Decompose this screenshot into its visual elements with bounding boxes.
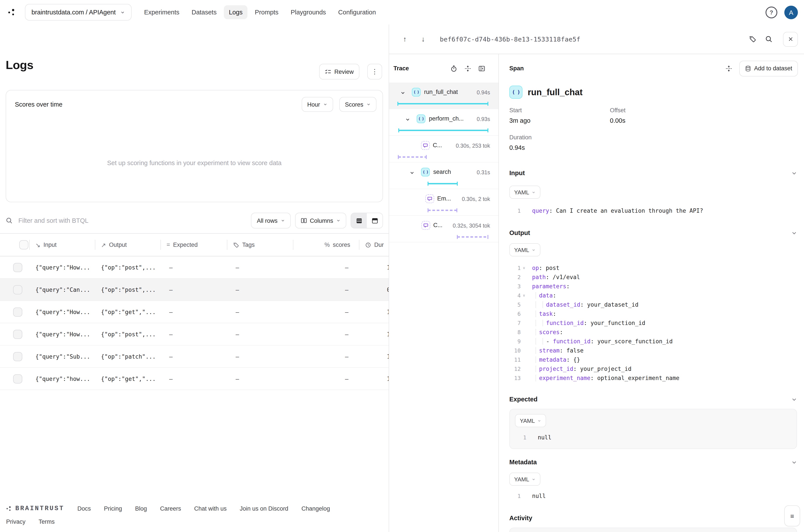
search-in-trace-button[interactable] bbox=[765, 35, 772, 43]
column-header-tags[interactable]: Tags bbox=[227, 234, 293, 256]
column-header-input[interactable]: ↘Input bbox=[29, 234, 95, 256]
chevron-expand-icon[interactable] bbox=[410, 170, 415, 175]
split-view-toggle[interactable] bbox=[367, 213, 383, 228]
trace-span-row[interactable]: C... 0.32s, 3054 tok bbox=[389, 216, 498, 242]
search-icon bbox=[6, 217, 13, 224]
trace-span-row[interactable]: ( ) run_full_chat 0.94s bbox=[389, 82, 498, 109]
span-duration-bar bbox=[398, 103, 488, 104]
previous-row-button[interactable]: ↑ bbox=[400, 35, 409, 43]
table-row[interactable]: {"query":"How...{"op":"post",... –– –1 bbox=[0, 256, 389, 279]
next-row-button[interactable]: ↓ bbox=[419, 35, 427, 43]
input-arrow-icon: ↘ bbox=[35, 241, 40, 248]
chevron-down-icon bbox=[791, 459, 797, 465]
expected-editor-box[interactable]: YAML 1 null bbox=[509, 409, 797, 449]
chevron-expand-icon[interactable] bbox=[405, 117, 410, 122]
column-header-expected[interactable]: =Expected bbox=[161, 234, 227, 256]
trace-span-row[interactable]: ( ) perform_ch... 0.93s bbox=[389, 109, 498, 136]
row-checkbox[interactable] bbox=[13, 307, 22, 317]
chevron-down-icon bbox=[323, 102, 327, 107]
expected-format-dropdown[interactable]: YAML bbox=[515, 414, 546, 427]
span-offset-field: Offset 0.00s bbox=[610, 107, 710, 124]
collapse-sections-button[interactable] bbox=[725, 65, 732, 72]
columns-dropdown[interactable]: Columns bbox=[295, 213, 346, 228]
table-row[interactable]: {"query":"How...{"op":"post",... –– –1 bbox=[0, 323, 389, 345]
footer-link-docs[interactable]: Docs bbox=[77, 505, 91, 512]
trace-span-row[interactable]: C... 0.30s, 253 tok bbox=[389, 136, 498, 163]
review-button[interactable]: Review bbox=[319, 64, 359, 79]
section-collapse-button[interactable] bbox=[791, 170, 797, 176]
table-row[interactable]: {"query":"how...{"op":"get","... –– –1 bbox=[0, 368, 389, 390]
tab-datasets[interactable]: Datasets bbox=[187, 5, 221, 19]
project-selector[interactable]: braintrustdata.com / APIAgent bbox=[25, 4, 131, 21]
collapse-pane-button[interactable] bbox=[478, 65, 485, 72]
avatar[interactable]: A bbox=[784, 5, 798, 19]
close-panel-button[interactable] bbox=[783, 32, 798, 46]
table-row-selected[interactable]: {"query":"Can...{"op":"post",... –– –0 bbox=[0, 279, 389, 301]
row-checkbox[interactable] bbox=[13, 374, 22, 383]
trace-span-row[interactable]: ( ) search 0.31s bbox=[389, 163, 498, 189]
more-options-button[interactable]: ⋮ bbox=[367, 64, 382, 79]
tag-button[interactable] bbox=[749, 35, 756, 43]
output-format-dropdown[interactable]: YAML bbox=[509, 243, 541, 256]
tab-prompts[interactable]: Prompts bbox=[250, 5, 283, 19]
trace-span-row[interactable]: Em... 0.30s, 2 tok bbox=[389, 189, 498, 216]
interval-dropdown[interactable]: Hour bbox=[302, 97, 333, 112]
view-toggle bbox=[351, 213, 383, 228]
btql-filter-input[interactable] bbox=[18, 217, 247, 225]
tab-logs[interactable]: Logs bbox=[224, 5, 248, 19]
chevron-down-icon bbox=[532, 248, 536, 252]
llm-span-icon bbox=[421, 141, 430, 150]
footer-link-blog[interactable]: Blog bbox=[135, 505, 147, 512]
database-icon bbox=[745, 65, 751, 71]
footer-link-terms[interactable]: Terms bbox=[39, 518, 55, 525]
tab-playgrounds[interactable]: Playgrounds bbox=[286, 5, 331, 19]
section-collapse-button[interactable] bbox=[791, 459, 797, 465]
row-checkbox[interactable] bbox=[13, 329, 22, 339]
tab-configuration[interactable]: Configuration bbox=[333, 5, 381, 19]
activity-feed-box bbox=[509, 528, 797, 532]
tab-experiments[interactable]: Experiments bbox=[139, 5, 184, 19]
close-icon bbox=[788, 36, 793, 42]
metadata-format-dropdown[interactable]: YAML bbox=[509, 473, 541, 486]
chevron-down-icon bbox=[120, 10, 125, 15]
chevron-down-icon bbox=[791, 230, 797, 236]
section-collapse-button[interactable] bbox=[791, 230, 797, 236]
timing-toggle-button[interactable] bbox=[450, 65, 457, 72]
line-collapse-icon[interactable]: ∨ bbox=[521, 266, 527, 270]
page-title: Logs bbox=[6, 59, 34, 72]
help-icon[interactable]: ? bbox=[766, 6, 777, 18]
column-header-duration[interactable]: Dur bbox=[359, 234, 389, 256]
outline-menu-button[interactable]: ≡ bbox=[784, 505, 800, 526]
select-all-checkbox[interactable] bbox=[19, 240, 29, 249]
column-header-output[interactable]: ↗Output bbox=[95, 234, 161, 256]
input-format-dropdown[interactable]: YAML bbox=[509, 186, 541, 199]
chevron-expand-icon[interactable] bbox=[400, 90, 405, 95]
row-checkbox[interactable] bbox=[13, 285, 22, 294]
chevron-down-icon bbox=[336, 218, 341, 223]
table-row[interactable]: {"query":"How...{"op":"get","... –– –1 bbox=[0, 301, 389, 323]
row-view-toggle[interactable] bbox=[351, 213, 367, 228]
rows-filter-dropdown[interactable]: All rows bbox=[251, 213, 291, 228]
footer-link-chat[interactable]: Chat with us bbox=[194, 505, 227, 512]
chevron-down-icon bbox=[366, 102, 371, 107]
footer-link-changelog[interactable]: Changelog bbox=[302, 505, 330, 512]
scores-empty-message: Set up scoring functions in your experim… bbox=[6, 159, 383, 166]
row-checkbox[interactable] bbox=[13, 352, 22, 361]
chat-bubble-icon bbox=[427, 196, 432, 201]
footer-link-careers[interactable]: Careers bbox=[160, 505, 181, 512]
add-to-dataset-button[interactable]: Add to dataset bbox=[739, 60, 798, 76]
column-header-scores[interactable]: %scores bbox=[293, 234, 359, 256]
footer-link-privacy[interactable]: Privacy bbox=[6, 518, 25, 525]
footer-link-pricing[interactable]: Pricing bbox=[104, 505, 122, 512]
line-collapse-icon[interactable]: ∨ bbox=[521, 293, 527, 298]
section-collapse-button[interactable] bbox=[791, 396, 797, 402]
output-section-title: Output bbox=[509, 229, 530, 236]
expected-section-title: Expected bbox=[509, 396, 537, 403]
table-header-row: ↘Input ↗Output =Expected Tags %scores Du… bbox=[0, 234, 389, 256]
table-row[interactable]: {"query":"Sub...{"op":"patch"... –– –1 bbox=[0, 345, 389, 368]
row-checkbox[interactable] bbox=[13, 263, 22, 272]
collapse-all-button[interactable] bbox=[464, 65, 471, 72]
metric-dropdown[interactable]: Scores bbox=[339, 97, 377, 112]
footer-link-discord[interactable]: Join us on Discord bbox=[240, 505, 288, 512]
split-view-icon bbox=[371, 217, 378, 224]
